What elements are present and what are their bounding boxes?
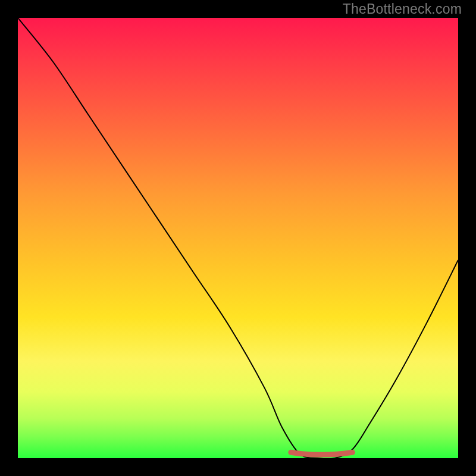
trough-marker	[291, 452, 353, 455]
bottleneck-curve	[18, 18, 458, 458]
chart-svg	[18, 18, 458, 458]
chart-frame: TheBottleneck.com	[0, 0, 476, 476]
attribution-text: TheBottleneck.com	[343, 1, 462, 17]
plot-area	[18, 18, 458, 458]
